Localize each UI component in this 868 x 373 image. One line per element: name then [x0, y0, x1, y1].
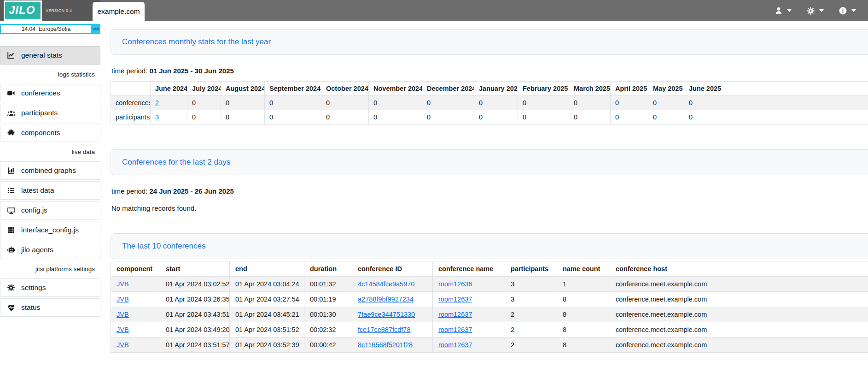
sidebar: 14:04 Europe/Sofia << general stats logs…: [0, 21, 100, 318]
table-link[interactable]: room12637: [438, 296, 472, 303]
table-cell: 8: [557, 322, 610, 337]
table-row: participants3000000000000: [111, 110, 868, 124]
table-link[interactable]: a2788f9bf9927234: [358, 296, 414, 303]
table-cell: conference.meet.example.com: [610, 277, 868, 292]
column-header: January 2025: [474, 82, 518, 96]
table-cell: 01 Apr 2024 03:26:35: [160, 292, 230, 307]
list-icon: [6, 186, 16, 195]
table-cell: conference.meet.example.com: [610, 292, 868, 307]
table-cell: 4c14584fce9a5970: [352, 277, 433, 292]
main-content: Conferences monthly stats for the last y…: [100, 29, 868, 353]
table-cell: 01 Apr 2024 03:02:52: [160, 277, 230, 292]
top-bar: JILO VERSION 0.4 example.com: [0, 0, 868, 21]
column-header: February 2025: [518, 82, 569, 96]
table-cell: 0: [187, 96, 221, 110]
table-cell: 0: [369, 96, 422, 110]
table-cell: 0: [569, 96, 611, 110]
table-cell: fce17ce887fcdf78: [352, 322, 433, 337]
caret-down-icon: [819, 9, 824, 12]
time-period-label: time period:: [111, 187, 147, 195]
sidebar-item-general-stats[interactable]: general stats: [0, 46, 100, 65]
sidebar-item-latest-data[interactable]: latest data: [0, 181, 100, 200]
column-header: March 2025: [569, 82, 611, 96]
caret-down-icon: [851, 9, 856, 12]
platform-tab[interactable]: example.com: [93, 2, 145, 21]
table-link[interactable]: JVB: [117, 296, 129, 303]
sidebar-item-config-js[interactable]: config.js: [0, 201, 100, 219]
app-logo: JILO: [4, 0, 42, 21]
column-header: April 2025: [611, 82, 648, 96]
sidebar-item-conferences[interactable]: conferences: [0, 84, 100, 102]
sidebar-collapse-button[interactable]: <<: [92, 24, 100, 34]
table-link[interactable]: room12637: [438, 326, 472, 333]
table-link[interactable]: 3: [155, 113, 159, 121]
table-link[interactable]: JVB: [117, 311, 129, 318]
table-link[interactable]: room12637: [438, 311, 472, 318]
table-cell: 01 Apr 2024 03:04:24: [230, 277, 304, 292]
table-cell: 00:01:19: [304, 292, 352, 307]
table-link[interactable]: room12636: [438, 280, 472, 288]
column-header: participants: [505, 261, 557, 277]
table-cell: 0: [569, 110, 611, 124]
column-header: [111, 82, 151, 96]
sidebar-item-jilo-agents[interactable]: jilo agents: [0, 241, 100, 259]
sidebar-item-combined-graphs[interactable]: combined graphs: [0, 161, 100, 180]
sidebar-item-label: latest data: [21, 186, 54, 195]
table-cell: JVB: [111, 307, 160, 322]
caret-down-icon: [787, 9, 792, 12]
clock-time: 14:04: [22, 26, 35, 32]
table-cell: room12637: [433, 307, 505, 322]
table-link[interactable]: 4c14584fce9a5970: [358, 280, 414, 288]
table-link[interactable]: room12637: [438, 341, 472, 349]
sidebar-item-settings[interactable]: settings: [0, 278, 100, 297]
table-cell: 0: [187, 110, 221, 124]
section-title: The last 10 conferences: [122, 242, 205, 250]
table-cell: 2: [151, 96, 187, 110]
column-header: name count: [557, 261, 610, 277]
desktop-icon: [6, 206, 16, 215]
settings-menu[interactable]: [806, 6, 824, 15]
table-row: JVB01 Apr 2024 03:51:5701 Apr 2024 03:52…: [111, 337, 868, 353]
table-cell: 0: [265, 110, 321, 124]
sidebar-item-label: conferences: [21, 89, 60, 97]
chart-line-icon: [6, 51, 16, 59]
table-cell: 0: [611, 96, 648, 110]
table-cell: participants: [111, 110, 151, 124]
table-cell: 2: [505, 337, 557, 353]
table-cell: conferences: [111, 96, 151, 110]
info-menu[interactable]: [839, 6, 856, 15]
heart-pulse-icon: [6, 303, 16, 312]
sidebar-item-label: components: [21, 129, 60, 137]
section-header-last-2-days: Conferences for the last 2 days: [111, 149, 868, 175]
section-monthly-stats: Conferences monthly stats for the last y…: [111, 29, 868, 124]
column-header: November 2024: [369, 82, 422, 96]
column-header: conference ID: [352, 261, 433, 277]
video-camera-icon: [6, 89, 16, 97]
last-10-conferences-table: componentstartenddurationconference IDco…: [111, 261, 868, 353]
table-link[interactable]: 2: [155, 99, 159, 107]
table-link[interactable]: JVB: [117, 326, 129, 333]
table-link[interactable]: 8c116568f5201f28: [358, 341, 413, 349]
sidebar-item-interface-config-js[interactable]: interface_config.js: [0, 221, 100, 239]
table-cell: 0: [648, 96, 684, 110]
sidebar-item-label: interface_config.js: [21, 226, 79, 234]
robot-icon: [6, 246, 16, 255]
sidebar-item-components[interactable]: components: [0, 124, 100, 142]
table-link[interactable]: JVB: [117, 341, 129, 349]
top-bar-menus: [775, 0, 856, 21]
clock-row: 14:04 Europe/Sofia <<: [0, 24, 100, 34]
sidebar-item-status[interactable]: status: [0, 298, 100, 317]
table-cell: 01 Apr 2024 03:49:20: [160, 322, 230, 337]
sidebar-item-participants[interactable]: participants: [0, 104, 100, 122]
table-cell: 00:00:42: [304, 337, 352, 353]
table-link[interactable]: fce17ce887fcdf78: [358, 326, 410, 333]
column-header: conference host: [610, 261, 868, 277]
user-menu[interactable]: [775, 6, 792, 15]
table-link[interactable]: 7fae9ce344751330: [358, 311, 415, 318]
table-cell: conference.meet.example.com: [610, 307, 868, 322]
no-records-message: No matching records found.: [111, 204, 868, 212]
table-row: conferences2000000000000: [111, 96, 868, 110]
table-link[interactable]: JVB: [117, 280, 129, 288]
sidebar-item-label: general stats: [21, 51, 62, 59]
section-title: Conferences monthly stats for the last y…: [122, 37, 271, 46]
